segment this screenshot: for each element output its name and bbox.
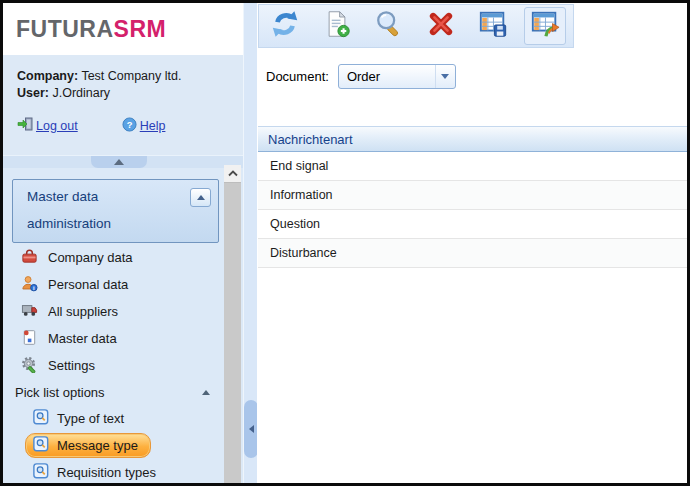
- company-label: Company:: [17, 69, 78, 83]
- user-value: J.Ordinary: [52, 86, 110, 100]
- brand-primary: FUTURA: [16, 16, 114, 43]
- sidebar-item-requisition-types[interactable]: Requisition types: [3, 459, 224, 486]
- collapse-left-handle[interactable]: [244, 400, 258, 458]
- grid-row-end-signal[interactable]: End signal: [258, 152, 687, 181]
- sidebar-item-company-data[interactable]: Company data: [3, 244, 224, 271]
- document-select[interactable]: Order: [338, 64, 456, 89]
- brand-logo: FUTURA SRM: [3, 3, 243, 55]
- company-line: Company: Test Company ltd.: [17, 68, 243, 85]
- scroll-up-button[interactable]: [224, 165, 241, 183]
- new-document-button[interactable]: [316, 7, 358, 45]
- save-table-button[interactable]: [472, 7, 514, 45]
- vertical-splitter[interactable]: [243, 3, 257, 483]
- help-label: Help: [140, 119, 166, 133]
- chevron-left-icon: [249, 425, 254, 433]
- app-window: FUTURA SRM Company: Test Company ltd. Us…: [0, 0, 690, 486]
- grid-row-disturbance[interactable]: Disturbance: [258, 239, 687, 268]
- sidebar-item-settings[interactable]: Settings: [3, 352, 224, 379]
- lookup-icon: [33, 436, 49, 455]
- sidebar-item-label: Personal data: [48, 277, 128, 292]
- help-icon: ?: [122, 117, 137, 135]
- search-icon: [374, 9, 404, 43]
- grid-row-question[interactable]: Question: [258, 210, 687, 239]
- export-table-icon: [530, 9, 560, 43]
- session-info: Company: Test Company ltd. User: J.Ordin…: [3, 55, 243, 155]
- search-button[interactable]: [368, 7, 410, 45]
- chevron-up-icon: [228, 170, 238, 177]
- gear-pencil-icon: [21, 356, 38, 376]
- sidebar-item-label: Type of text: [57, 411, 124, 426]
- sidebar-item-label: Settings: [48, 358, 95, 373]
- sidebar-group-pick-list-options[interactable]: Pick list options: [3, 379, 224, 405]
- sidebar-item-label: Message type: [57, 438, 138, 453]
- help-link[interactable]: ? Help: [122, 117, 166, 135]
- sidebar-item-master-data[interactable]: Master data: [3, 325, 224, 352]
- save-table-icon: [478, 9, 508, 43]
- toolbar: [258, 4, 574, 48]
- truck-icon: [21, 302, 38, 322]
- nav-pill-selected: Message type: [25, 433, 151, 458]
- sidebar-item-type-of-text[interactable]: Type of text: [3, 405, 224, 432]
- session-links: Log out ? Help: [17, 116, 165, 135]
- document-label: Document:: [266, 69, 329, 84]
- refresh-icon: [270, 9, 300, 43]
- collapse-up-handle[interactable]: [91, 156, 147, 168]
- sidebar-item-label: Master data: [48, 331, 117, 346]
- grid-row-information[interactable]: Information: [258, 181, 687, 210]
- grid-column-header[interactable]: Nachrichtenart: [258, 126, 687, 152]
- export-table-button[interactable]: [524, 7, 566, 45]
- chevron-up-icon: [114, 159, 124, 165]
- sidebar-scrollbar[interactable]: [224, 165, 241, 483]
- sidebar-item-label: Requisition types: [57, 465, 156, 480]
- sidebar-item-message-type[interactable]: Message type: [3, 432, 224, 459]
- accordion-header-master-data[interactable]: Master data administration: [12, 179, 219, 243]
- dropdown-arrow-button[interactable]: [435, 65, 455, 88]
- group-header-label: Pick list options: [15, 385, 105, 400]
- chevron-up-icon: [197, 195, 205, 200]
- refresh-button[interactable]: [264, 7, 306, 45]
- lookup-icon: [33, 409, 49, 428]
- user-label: User:: [17, 86, 49, 100]
- sidebar: FUTURA SRM Company: Test Company ltd. Us…: [3, 3, 243, 483]
- company-value: Test Company ltd.: [81, 69, 181, 83]
- sidebar-item-all-suppliers[interactable]: All suppliers: [3, 298, 224, 325]
- nav-pill: Requisition types: [25, 460, 169, 485]
- sidebar-item-label: All suppliers: [48, 304, 118, 319]
- accordion-title-line2: administration: [27, 216, 218, 231]
- document-icon: [21, 329, 38, 349]
- document-filter-row: Document: Order: [266, 62, 456, 90]
- sidebar-item-label: Company data: [48, 250, 133, 265]
- new-document-icon: [323, 10, 351, 42]
- message-type-grid: Nachrichtenart End signal Information Qu…: [258, 126, 687, 268]
- lookup-icon: [33, 463, 49, 482]
- accordion-collapse-button[interactable]: [190, 188, 211, 207]
- sidebar-item-personal-data[interactable]: i Personal data: [3, 271, 224, 298]
- document-select-value: Order: [339, 69, 435, 84]
- main-panel: Document: Order Nachrichtenart End signa…: [257, 3, 687, 483]
- delete-button[interactable]: [420, 7, 462, 45]
- logout-icon: [17, 116, 33, 135]
- logout-link[interactable]: Log out: [17, 116, 78, 135]
- horizontal-splitter[interactable]: [3, 155, 243, 168]
- chevron-down-icon: [441, 74, 449, 79]
- chevron-up-icon: [202, 390, 210, 395]
- user-line: User: J.Ordinary: [17, 85, 243, 102]
- brand-accent: SRM: [114, 16, 167, 43]
- toolbox-icon: [21, 248, 38, 268]
- delete-icon: [427, 10, 455, 42]
- svg-text:?: ?: [126, 119, 132, 129]
- person-icon: i: [21, 275, 38, 295]
- logout-label: Log out: [36, 119, 78, 133]
- sidebar-nav: Company data i Personal data: [3, 244, 224, 486]
- nav-pill: Type of text: [25, 406, 137, 431]
